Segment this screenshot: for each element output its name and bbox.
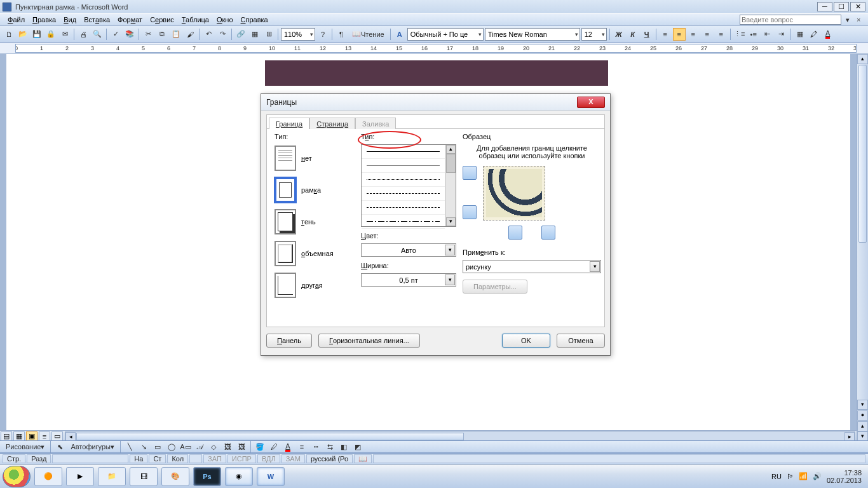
paste-icon[interactable]: 📋 [170, 28, 182, 41]
align-left-icon[interactable]: ≡ [659, 28, 672, 41]
tab-page[interactable]: Страница [309, 118, 355, 129]
drawing-menu[interactable]: Рисование ▾ [3, 440, 48, 453]
align-justify-icon[interactable]: ≡ [701, 28, 714, 41]
taskbar-explorer[interactable]: 📁 [98, 467, 126, 486]
tray-lang[interactable]: RU [771, 473, 782, 480]
ask-dropdown-icon[interactable]: ▾ [841, 13, 854, 26]
line-color-icon[interactable]: 🖊 [268, 440, 280, 453]
hyperlink-icon[interactable]: 🔗 [234, 28, 247, 41]
tray-flag-icon[interactable]: 🏳 [787, 473, 794, 480]
line-style-icon[interactable]: ≡ [295, 440, 308, 453]
redo-icon[interactable]: ↷ [216, 28, 229, 41]
cancel-button[interactable]: Отмена [557, 334, 605, 348]
preview-image[interactable] [483, 166, 545, 220]
arrow-style-icon[interactable]: ⇆ [323, 440, 336, 453]
taskbar-app-1[interactable]: 🟠 [34, 467, 62, 486]
menu-file[interactable]: Файл [4, 15, 29, 25]
font-color-draw-icon[interactable]: A [281, 440, 294, 453]
textbox-icon[interactable]: A▭ [179, 440, 192, 453]
save-icon[interactable]: 💾 [31, 28, 43, 41]
setting-box[interactable]: рамка рамка [275, 176, 356, 204]
italic-button[interactable]: К [627, 28, 639, 41]
permission-icon[interactable]: 🔒 [44, 28, 57, 41]
apply-to-combo[interactable]: рисунку▾ [463, 260, 601, 273]
align-right-icon[interactable]: ≡ [687, 28, 700, 41]
preview-bottom-border-button[interactable] [463, 205, 477, 219]
setting-custom[interactable]: другая другая [275, 271, 356, 299]
numbering-icon[interactable]: ⋮≡ [733, 28, 746, 41]
tray-clock[interactable]: 17:38 02.07.2013 [827, 469, 862, 484]
menu-insert[interactable]: Вставка [80, 15, 114, 25]
close-button[interactable]: ✕ [850, 2, 865, 11]
insert-table-icon[interactable]: ⊞ [262, 28, 275, 41]
ruler[interactable]: 0123456789101112131415161718192021222324… [0, 43, 868, 54]
status-ovr[interactable]: ЗАМ [281, 454, 305, 463]
font-combo[interactable]: Times New Roman [485, 28, 580, 41]
taskbar-word[interactable]: W [257, 467, 285, 486]
dash-style-icon[interactable]: ┅ [309, 440, 322, 453]
style-combo[interactable]: Обычный + По це [407, 28, 484, 41]
open-icon[interactable]: 📂 [17, 28, 29, 41]
highlight-icon[interactable]: 🖍 [808, 28, 820, 41]
status-rec[interactable]: ЗАП [203, 454, 226, 463]
taskbar-app-3[interactable]: 🎞 [130, 467, 158, 486]
arrow-icon[interactable]: ↘ [137, 440, 150, 453]
setting-3d[interactable]: объемная объемная [275, 240, 356, 268]
preview-top-border-button[interactable] [463, 166, 477, 180]
status-book-icon[interactable]: 📖 [354, 454, 372, 463]
clipart-icon[interactable]: 🖼 [221, 440, 234, 453]
select-objects-icon[interactable]: ⬉ [53, 440, 66, 453]
minimize-button[interactable]: ─ [817, 2, 832, 11]
styles-icon[interactable]: A [393, 28, 406, 41]
show-marks-icon[interactable]: ¶ [335, 28, 348, 41]
line-icon[interactable]: ╲ [123, 440, 136, 453]
preview-right-border-button[interactable] [541, 226, 555, 240]
maximize-button[interactable]: ☐ [834, 2, 849, 11]
autoshapes-menu[interactable]: Автофигуры ▾ [67, 440, 118, 453]
setting-none[interactable]: нет нет [275, 144, 356, 172]
status-ext[interactable]: ВДЛ [257, 454, 280, 463]
color-combo[interactable]: Авто▾ [361, 243, 456, 257]
reading-layout-button[interactable]: 📖 Чтение [349, 28, 388, 41]
indent-icon[interactable]: ⇥ [775, 28, 788, 41]
menu-window[interactable]: Окно [213, 15, 237, 25]
help-icon[interactable]: ? [316, 28, 329, 41]
tray-network-icon[interactable]: 📶 [799, 472, 808, 480]
taskbar-chrome[interactable]: ◉ [225, 467, 253, 486]
menu-edit[interactable]: Правка [29, 15, 60, 25]
width-combo[interactable]: 0,5 пт▾ [361, 273, 456, 287]
status-language[interactable]: русский (Ро [306, 454, 353, 463]
outdent-icon[interactable]: ⇤ [761, 28, 774, 41]
fill-color-icon[interactable]: 🪣 [254, 440, 266, 453]
cut-icon[interactable]: ✂ [142, 28, 154, 41]
preview-icon[interactable]: 🔍 [91, 28, 104, 41]
panel-button[interactable]: Панель [266, 334, 312, 348]
new-doc-icon[interactable]: 🗋 [3, 28, 15, 41]
align-center-icon[interactable]: ≡ [673, 28, 686, 41]
oval-icon[interactable]: ◯ [165, 440, 178, 453]
start-button[interactable] [3, 466, 31, 487]
horizontal-line-button[interactable]: Горизонтальная линия... [318, 334, 420, 348]
wordart-icon[interactable]: 𝒜 [193, 440, 206, 453]
copy-icon[interactable]: ⧉ [156, 28, 168, 41]
undo-icon[interactable]: ↶ [202, 28, 215, 41]
zoom-combo[interactable]: 110% [281, 28, 315, 41]
menu-tools[interactable]: Сервис [146, 15, 178, 25]
status-trk[interactable]: ИСПР [227, 454, 256, 463]
fontsize-combo[interactable]: 12 [581, 28, 607, 41]
borders-icon[interactable]: ▦ [794, 28, 806, 41]
mail-icon[interactable]: ✉ [58, 28, 71, 41]
tables-borders-icon[interactable]: ▦ [248, 28, 261, 41]
underline-button[interactable]: Ч [641, 28, 653, 41]
spellcheck-icon[interactable]: ✓ [109, 28, 122, 41]
taskbar-app-2[interactable]: ▶ [66, 467, 94, 486]
ok-button[interactable]: OK [502, 334, 550, 348]
picture-icon[interactable]: 🖼 [235, 440, 248, 453]
style-listbox[interactable]: ▴▾ [361, 144, 456, 227]
menubar-close-icon[interactable]: × [857, 16, 864, 24]
ask-input[interactable] [740, 15, 841, 25]
preview-left-border-button[interactable] [508, 226, 522, 240]
print-icon[interactable]: 🖨 [77, 28, 90, 41]
taskbar-paint[interactable]: 🎨 [161, 467, 189, 486]
dialog-close-button[interactable]: X [577, 97, 605, 108]
